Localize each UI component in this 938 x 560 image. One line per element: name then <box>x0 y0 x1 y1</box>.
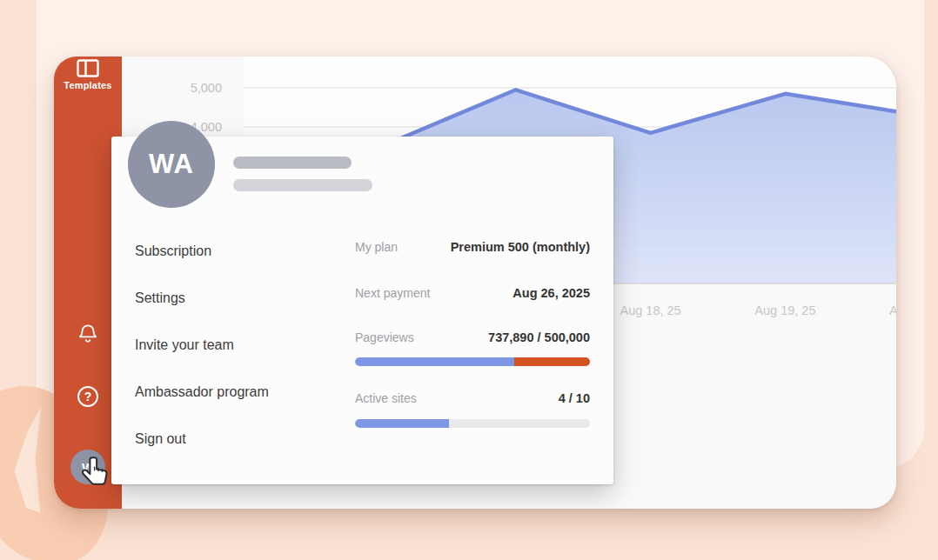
pageviews-progress-bar <box>355 357 590 366</box>
svg-text:Aug 18, 25: Aug 18, 25 <box>620 303 681 317</box>
stat-row-my-plan: My plan Premium 500 (monthly) <box>355 240 590 254</box>
stat-row-next-payment: Next payment Aug 26, 2025 <box>355 286 590 300</box>
active-sites-progress-bar <box>355 419 590 428</box>
active-sites-value: 4 / 10 <box>559 391 590 405</box>
pageviews-label: Pageviews <box>355 330 414 344</box>
skeleton-name-bar <box>233 157 352 169</box>
account-popup: WA Subscription Settings Invite your tea… <box>111 137 613 484</box>
menu-item-settings[interactable]: Settings <box>135 275 335 322</box>
sidebar-item-label: Templates <box>64 80 111 90</box>
skeleton-email-bar <box>233 179 372 191</box>
active-sites-label: Active sites <box>355 391 417 405</box>
pageviews-progress-overage <box>514 357 590 366</box>
stat-row-pageviews: Pageviews 737,890 / 500,000 <box>355 330 590 344</box>
next-payment-label: Next payment <box>355 286 430 300</box>
svg-text:Aug 20, 25: Aug 20, 25 <box>889 303 896 317</box>
app-window: 5,0004,0003,0002,0001,000 Aug 16, 25Aug … <box>54 57 896 509</box>
menu-item-subscription[interactable]: Subscription <box>135 228 335 275</box>
my-plan-label: My plan <box>355 240 398 254</box>
help-icon: ? <box>77 386 98 407</box>
stat-row-active-sites: Active sites 4 / 10 <box>355 391 590 405</box>
account-avatar: WA <box>128 121 215 208</box>
pageviews-progress-used <box>355 357 514 366</box>
pageviews-value: 737,890 / 500,000 <box>488 330 590 344</box>
desktop-background: 5,0004,0003,0002,0001,000 Aug 16, 25Aug … <box>0 0 938 560</box>
active-sites-progress-used <box>355 419 449 428</box>
menu-item-invite-your-team[interactable]: Invite your team <box>135 322 335 369</box>
svg-text:Aug 19, 25: Aug 19, 25 <box>754 303 815 317</box>
help-glyph: ? <box>84 390 92 403</box>
templates-icon <box>77 59 99 77</box>
my-plan-value: Premium 500 (monthly) <box>451 240 590 254</box>
account-avatar-initials: WA <box>149 149 194 180</box>
avatar-initial: W <box>82 460 94 475</box>
menu-item-sign-out[interactable]: Sign out <box>135 416 335 463</box>
account-menu: Subscription Settings Invite your team A… <box>135 228 335 463</box>
bell-icon <box>77 322 99 346</box>
sidebar-item-templates[interactable]: Templates <box>54 59 122 90</box>
next-payment-value: Aug 26, 2025 <box>513 286 590 300</box>
svg-text:5,000: 5,000 <box>191 81 222 95</box>
menu-item-ambassador-program[interactable]: Ambassador program <box>135 369 335 416</box>
sidebar-account-avatar[interactable]: W <box>70 450 105 484</box>
